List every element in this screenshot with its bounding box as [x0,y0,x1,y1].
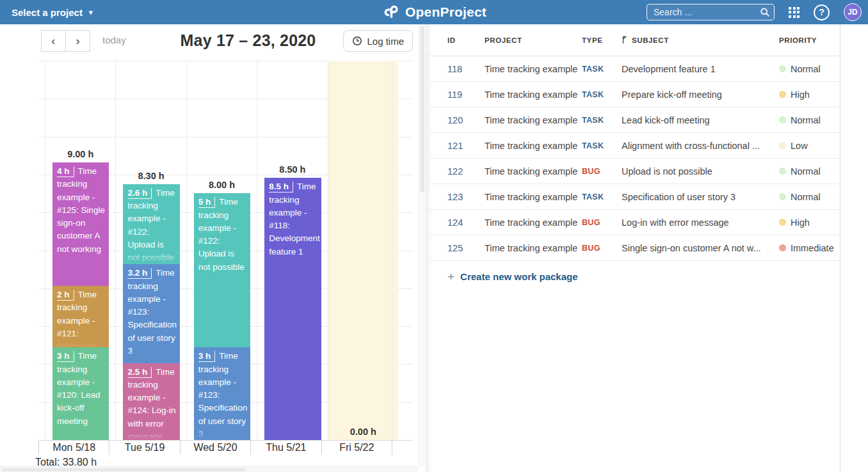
chevron-right-icon: › [76,34,79,48]
priority-label: Low [791,141,808,151]
saturday-column-stub [392,61,401,440]
chevron-down-icon: ▾ [89,9,93,16]
time-entry-block[interactable]: 4 hTime tracking example - #125: Single … [52,162,109,286]
time-entry-block[interactable]: 5 hTime tracking example - #122: Upload … [194,193,250,347]
work-package-subject[interactable]: Log-in with error message [622,217,779,228]
work-package-subject[interactable]: Single sign-on customer A not w... [622,243,779,253]
time-entry-hours: 3.2 h [127,268,152,279]
work-package-type: BUG [582,218,622,227]
work-package-subject[interactable]: Lead kick-off meeting [622,115,779,125]
priority-dot-icon [779,219,786,226]
work-package-row[interactable]: 122Time tracking exampleBUGUpload is not… [427,159,840,184]
work-package-priority: Immediate [779,243,840,253]
work-package-subject[interactable]: Alignment with cross-functional ... [622,141,779,151]
work-package-id-link[interactable]: 123 [447,192,485,202]
time-entry-block[interactable]: 2.5 hTime tracking example - #124: Log-i… [123,363,179,441]
work-package-subject[interactable]: Specification of user story 3 [622,192,779,202]
day-column[interactable]: 0.00 h [328,61,398,440]
work-package-priority: High [779,217,840,228]
time-entry-hours: 3 h [198,351,216,362]
work-package-project: Time tracking example [485,115,582,125]
day-column[interactable]: 8.50 h8.5 hTime tracking example - #118:… [257,61,327,440]
text-fade-overlay [123,251,179,264]
work-package-row[interactable]: 124Time tracking exampleBUGLog-in with e… [427,210,840,235]
create-work-package-link[interactable]: + Create new work package [427,261,840,283]
column-header-priority[interactable]: PRIORITY [779,36,840,44]
search-icon[interactable] [760,7,770,17]
time-entry-hours: 2 h [57,290,74,301]
priority-dot-icon [779,116,786,123]
previous-week-button[interactable]: ‹ [41,30,66,52]
work-package-subject[interactable]: Upload is not possible [622,166,779,177]
time-entry-text: Time tracking example - #120: Lead kick-… [57,351,100,425]
text-fade-overlay [52,334,109,347]
work-package-type: TASK [582,116,622,125]
time-entry-block[interactable]: 3 hTime tracking example - #120: Lead ki… [52,347,109,440]
work-package-type: BUG [582,167,622,176]
work-package-type: TASK [582,65,622,74]
work-package-id-link[interactable]: 118 [447,64,485,74]
work-package-project: Time tracking example [485,90,582,100]
work-package-row[interactable]: 121Time tracking exampleTASKAlignment wi… [427,133,840,159]
column-header-type[interactable]: TYPE [582,36,622,44]
work-package-subject[interactable]: Development feature 1 [622,64,779,74]
priority-label: Normal [791,166,821,177]
priority-dot-icon [779,244,786,251]
time-entry-block[interactable]: 3 hTime tracking example - #123: Specifi… [194,347,250,440]
top-header-bar: Select a project ▾ OpenProject ? J [0,0,868,24]
time-entry-text: Time tracking example - #122: Upload is … [198,197,245,271]
day-label: Tue 5/19 [109,441,179,455]
time-entry-text: Time tracking example - #123: Specificat… [198,351,248,439]
work-package-project: Time tracking example [485,166,582,177]
text-fade-overlay [194,427,250,440]
priority-label: High [791,217,810,228]
work-package-id-link[interactable]: 124 [447,217,485,228]
work-package-id-link[interactable]: 121 [447,141,485,151]
work-package-row[interactable]: 119Time tracking exampleTASKPrepare kick… [427,82,840,107]
work-package-priority: High [779,90,840,100]
work-package-id-link[interactable]: 120 [447,115,485,125]
day-column[interactable]: 8.00 h5 hTime tracking example - #122: U… [186,61,257,440]
time-entry-block[interactable]: 2 hTime tracking example - #121: Alignme… [52,286,109,347]
time-entry-hours: 8.5 h [269,182,293,193]
work-package-id-link[interactable]: 122 [447,166,485,177]
work-package-row[interactable]: 125Time tracking exampleBUGSingle sign-o… [427,235,840,261]
day-column[interactable]: 9.00 h4 hTime tracking example - #125: S… [45,61,115,440]
project-selector[interactable]: Select a project ▾ [0,0,104,24]
text-fade-overlay [52,427,109,440]
work-package-subject[interactable]: Prepare kick-off meeting [622,90,779,100]
time-entry-text: Time tracking example - #123: Specificat… [127,268,177,356]
work-package-id-link[interactable]: 119 [447,90,485,100]
work-package-row[interactable]: 123Time tracking exampleTASKSpecificatio… [427,184,840,210]
text-fade-overlay [52,273,109,286]
day-column[interactable]: 8.30 h2.6 hTime tracking example - #122:… [115,61,186,440]
work-package-row[interactable]: 118Time tracking exampleTASKDevelopment … [427,56,840,82]
time-entry-block[interactable]: 2.6 hTime tracking example - #122: Uploa… [123,184,179,264]
apps-grid-icon[interactable] [789,7,800,18]
time-entry-block[interactable]: 3.2 hTime tracking example - #123: Speci… [123,264,179,363]
column-header-id[interactable]: ID [447,36,485,44]
axis-stub [392,441,401,455]
column-header-subject[interactable]: SUBJECT [622,36,779,44]
column-header-project[interactable]: PROJECT [485,36,582,44]
vertical-scrollbar[interactable] [418,24,426,466]
text-fade-overlay [264,427,321,440]
work-package-project: Time tracking example [485,141,582,151]
priority-label: Normal [791,115,821,125]
app-logo-text: OpenProject [405,4,486,20]
work-packages-rows: 118Time tracking exampleTASKDevelopment … [427,56,840,261]
work-package-row[interactable]: 120Time tracking exampleTASKLead kick-of… [427,107,840,133]
priority-dot-icon [779,168,786,175]
work-package-type: TASK [582,193,622,201]
time-entry-block[interactable]: 8.5 hTime tracking example - #118: Devel… [264,178,321,440]
clock-icon [352,36,362,46]
priority-dot-icon [779,193,786,200]
avatar[interactable]: JD [844,3,862,21]
log-time-button[interactable]: Log time [343,30,413,52]
chevron-left-icon: ‹ [51,34,55,48]
work-package-id-link[interactable]: 125 [447,243,485,253]
search-input[interactable] [647,4,775,20]
help-icon[interactable]: ? [814,4,830,20]
day-label: Fri 5/22 [321,441,392,455]
horizontal-scrollbar[interactable] [0,466,418,472]
